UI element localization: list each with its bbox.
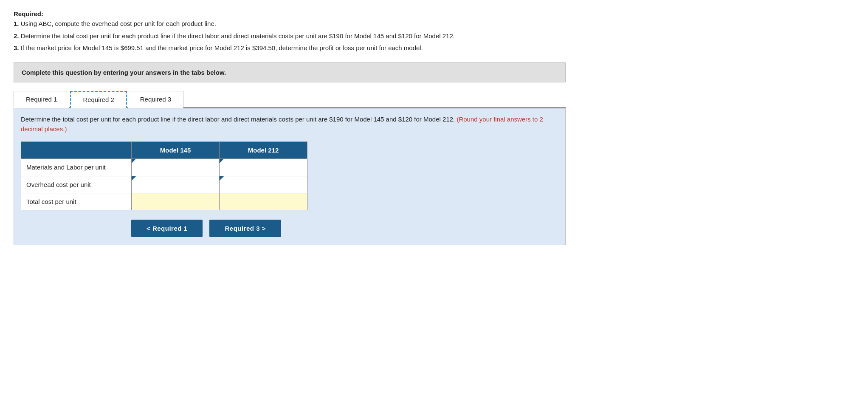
total-model212-input[interactable] bbox=[220, 194, 307, 209]
row-label-total: Total cost per unit bbox=[21, 193, 132, 210]
instruction-3-number: 3. bbox=[14, 44, 19, 51]
tab-content: Determine the total cost per unit for ea… bbox=[14, 108, 566, 246]
instruction-1-text: Using ABC, compute the overhead cost per… bbox=[21, 20, 216, 27]
overhead-model212-input[interactable] bbox=[220, 177, 307, 192]
total-model212-cell[interactable] bbox=[220, 193, 307, 210]
instruction-3-text: If the market price for Model 145 is $69… bbox=[21, 44, 423, 51]
blue-triangle-icon bbox=[220, 159, 224, 163]
tab-required-2[interactable]: Required 2 bbox=[70, 91, 127, 108]
complete-box: Complete this question by entering your … bbox=[14, 62, 566, 82]
instruction-2-text: Determine the total cost per unit for ea… bbox=[21, 32, 455, 40]
table-row: Overhead cost per unit bbox=[21, 176, 307, 193]
table-header-empty bbox=[21, 142, 132, 159]
blue-triangle-icon bbox=[132, 159, 136, 163]
materials-model212-input[interactable] bbox=[220, 160, 307, 175]
answer-table-wrapper: Model 145 Model 212 Materials and Labor … bbox=[21, 141, 558, 210]
table-row: Materials and Labor per unit bbox=[21, 159, 307, 176]
tab-required-1-label: Required 1 bbox=[26, 96, 57, 103]
materials-model145-cell[interactable] bbox=[132, 159, 220, 176]
table-header-model145: Model 145 bbox=[132, 142, 220, 159]
nav-buttons: < Required 1 Required 3 > bbox=[131, 220, 558, 237]
required-3-button[interactable]: Required 3 > bbox=[209, 220, 281, 237]
instruction-1: 1. Using ABC, compute the overhead cost … bbox=[14, 19, 854, 29]
tab-required-2-label: Required 2 bbox=[83, 96, 114, 103]
instruction-2-number: 2. bbox=[14, 32, 19, 40]
total-model145-cell[interactable] bbox=[132, 193, 220, 210]
tabs-container: Required 1 Required 2 Required 3 bbox=[14, 90, 566, 108]
materials-model145-input[interactable] bbox=[132, 160, 219, 175]
tab-required-1[interactable]: Required 1 bbox=[14, 91, 69, 108]
overhead-model212-cell[interactable] bbox=[220, 176, 307, 193]
table-row: Total cost per unit bbox=[21, 193, 307, 210]
required-1-button[interactable]: < Required 1 bbox=[131, 220, 203, 237]
instruction-1-number: 1. bbox=[14, 20, 19, 27]
instruction-3: 3. If the market price for Model 145 is … bbox=[14, 43, 854, 53]
tab-required-3[interactable]: Required 3 bbox=[128, 91, 183, 108]
overhead-model145-input[interactable] bbox=[132, 177, 219, 192]
row-label-materials: Materials and Labor per unit bbox=[21, 159, 132, 176]
blue-triangle-icon bbox=[132, 176, 136, 181]
tab-description-text: Determine the total cost per unit for ea… bbox=[21, 116, 455, 123]
tab-description: Determine the total cost per unit for ea… bbox=[21, 114, 558, 134]
instruction-2: 2. Determine the total cost per unit for… bbox=[14, 31, 854, 41]
required-header: Required: bbox=[14, 10, 854, 17]
total-model145-input[interactable] bbox=[132, 194, 219, 209]
overhead-model145-cell[interactable] bbox=[132, 176, 220, 193]
table-header-row: Model 145 Model 212 bbox=[21, 142, 307, 159]
complete-box-text: Complete this question by entering your … bbox=[22, 69, 226, 76]
row-label-overhead: Overhead cost per unit bbox=[21, 176, 132, 193]
instructions-block: 1. Using ABC, compute the overhead cost … bbox=[14, 19, 854, 53]
table-header-model212: Model 212 bbox=[220, 142, 307, 159]
materials-model212-cell[interactable] bbox=[220, 159, 307, 176]
blue-triangle-icon bbox=[220, 176, 224, 181]
tab-required-3-label: Required 3 bbox=[140, 96, 171, 103]
answer-table: Model 145 Model 212 Materials and Labor … bbox=[21, 141, 307, 210]
